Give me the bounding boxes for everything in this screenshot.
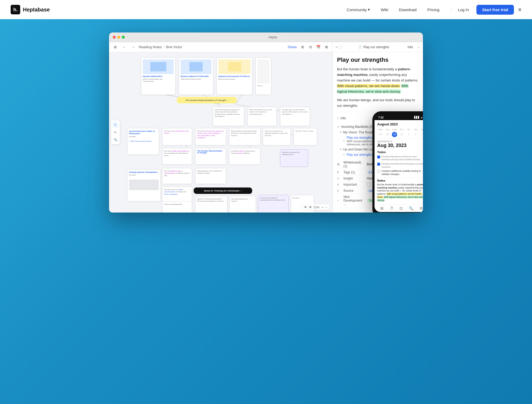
backlink-2-sub-link[interactable]: Play our strengths <box>347 153 372 157</box>
cursor-tool[interactable]: ↖ <box>113 122 118 128</box>
cal-header-mon: Mon <box>377 128 384 131</box>
view-toggle-button[interactable]: ⊞ <box>299 44 306 51</box>
canvas-node-far-right[interactable]: The Fu... <box>255 58 271 95</box>
doc-title: Play our strengths <box>337 56 419 63</box>
close-dot[interactable] <box>113 36 116 39</box>
browser-title: Hepta <box>126 35 419 39</box>
search-tool[interactable]: 🔍 <box>113 137 118 143</box>
canvas-node-powerful[interactable]: A powerful medium should help us create … <box>229 148 260 165</box>
canvas-node-representation[interactable]: Representation should deeply match the w… <box>229 128 260 145</box>
canvas-node-dynamic-objects[interactable]: Dynamic Objects-To-Think-With Today and … <box>179 58 213 95</box>
cal-day-30[interactable]: 30 <box>392 132 397 137</box>
cal-header-wed: Wed <box>391 128 398 131</box>
todo-checkbox-2[interactable] <box>377 163 380 166</box>
canvas-node-m1[interactable]: Every technology that enables us in cert… <box>213 107 244 126</box>
zoom-out-button[interactable]: − <box>326 206 327 209</box>
expand-icon[interactable]: ⤡ <box>335 45 338 49</box>
view-option-3[interactable]: ⊠ <box>323 44 330 51</box>
doc-icon: 📄 <box>358 45 362 49</box>
nav-logo[interactable]: h. Heptabase <box>11 5 50 14</box>
panel-doc-tab[interactable]: 📄 Play our strengths <box>344 44 403 50</box>
browser-titlebar: Hepta <box>109 32 423 42</box>
grid-icon[interactable]: ⊞ <box>309 205 311 209</box>
nav-wiki[interactable]: Wiki <box>376 5 392 14</box>
view-option-2[interactable]: 📅 <box>315 44 322 51</box>
canvas-node-m3[interactable]: The right way is to understand a system … <box>280 107 310 126</box>
breadcrumb-reading-notes[interactable]: Reading Notes <box>139 45 162 49</box>
zoom-level: 21% <box>314 206 319 209</box>
phone-time: 7:32 <box>378 116 384 119</box>
nav-login[interactable]: Log In <box>454 5 473 14</box>
canvas-node-eliminables[interactable]: Media for Thinking the EliminablesWe nee… <box>195 196 227 213</box>
phone-icon-grid[interactable]: ⊞ <box>380 206 384 210</box>
cal-header-sun: Sun <box>419 128 423 131</box>
canvas-node-dynamic-env-2[interactable]: Dynamic environment for intellectual wor… <box>280 149 308 167</box>
minimize-dot[interactable] <box>117 36 120 39</box>
canvas-node-drawing[interactable]: Drawing Dynamic Visualizations By author… <box>127 169 161 201</box>
canvas-node-science[interactable]: Science and Engineering <box>162 201 192 213</box>
back-button[interactable]: ← <box>121 44 128 51</box>
backlinks-icon: ⤶ <box>337 125 340 129</box>
phone-date-section: WEDNESDAY Aug 30, 2023 <box>375 138 423 149</box>
canvas-node-multiple-rep[interactable]: We need multiple representations to look… <box>162 148 192 165</box>
canvas-node-we-need[interactable]: We need... <box>291 195 314 213</box>
nav-pricing[interactable]: Pricing <box>423 5 444 14</box>
phone-icon-search[interactable]: 🔍 <box>409 206 413 210</box>
canvas-node-dynamic-math[interactable]: Dynamic Mathematics Mode of representati… <box>141 58 176 95</box>
canvas-area[interactable]: Dynamic Mathematics Mode of representati… <box>109 52 332 213</box>
canvas-node-algebraic[interactable]: How do you represent an algebraic equati… <box>263 128 291 145</box>
cal-day-1[interactable]: 1 <box>406 132 412 137</box>
eye-icon[interactable]: 👁 <box>304 206 307 209</box>
todo-checkbox-1[interactable] <box>377 156 380 158</box>
canvas-node-criteria[interactable]: Criteria for good dynamic representation… <box>258 195 289 213</box>
canvas-node-ladder[interactable]: Up and Down the Ladder of Abstraction By… <box>127 128 159 155</box>
cal-header-tue: Tue <box>384 128 391 131</box>
fullscreen-icon[interactable]: ⛶ <box>339 46 342 49</box>
canvas-node-creating[interactable]: We need a way of creating representation… <box>162 187 192 203</box>
canvas-label-humane[interactable]: The Humane Representation of Thought ··· <box>177 97 237 103</box>
sidebar-toggle-button[interactable]: ⊞ <box>112 44 119 51</box>
zoom-in-button[interactable]: + <box>322 206 323 209</box>
phone-icon-timer[interactable]: ⏱ <box>390 206 393 210</box>
info-clock-icon: ○ <box>337 116 339 120</box>
phone-icon-gear[interactable]: ⚙ <box>419 206 423 210</box>
canvas-node-entire-state[interactable]: We need to see the entire state of the s… <box>195 128 226 145</box>
cal-day-28[interactable]: 28 <box>378 132 383 137</box>
canvas-node-see-behavior[interactable]: We need to see the behavior of the syste… <box>162 128 192 145</box>
view-option-1[interactable]: ⊟ <box>307 44 314 51</box>
nav-download[interactable]: Download <box>394 5 421 14</box>
app-content: ⊞ ← → Reading Notes › Bret Victor Share … <box>109 42 423 213</box>
panel-info-tab[interactable]: Info <box>405 44 415 50</box>
canvas-node-humane-rep[interactable]: The Humane Representation of Thought <box>195 148 226 165</box>
todo-item-3: Conduct additional usability testing to … <box>377 169 423 176</box>
cal-day-29[interactable]: 29 <box>385 132 390 137</box>
phone-mockup: 7:32 ▋▋▋ ▲ ▮ August 2023 Mon <box>372 111 423 213</box>
chevron-icon-2: ▾ <box>340 148 342 151</box>
phone-notes-section: Notes But the human brain is fundamental… <box>375 178 423 204</box>
cal-day-31[interactable]: 31 <box>399 132 404 137</box>
chevron-icon: ▾ <box>340 131 342 134</box>
hamburger-icon[interactable]: ≡ <box>518 7 521 13</box>
forward-button[interactable]: → <box>130 44 137 51</box>
nav-community[interactable]: Community ▾ <box>342 5 374 14</box>
important-checkbox[interactable] <box>367 183 371 186</box>
phone-icon-square[interactable]: ⊡ <box>400 206 403 210</box>
pen-tool[interactable]: ✏ <box>113 129 118 135</box>
canvas-node-ibody[interactable]: Use the 'I' body is a clear... <box>294 128 317 145</box>
nav-divider <box>451 6 451 13</box>
nav-cta[interactable]: Start free trial <box>476 5 514 15</box>
canvas-node-diff-types[interactable]: We need different types of representatio… <box>162 168 192 184</box>
todo-checkbox-3[interactable] <box>377 170 380 173</box>
canvas-label-media[interactable]: Media for Thinking the Unthinkable ··· <box>194 187 252 194</box>
maximize-dot[interactable] <box>122 36 125 39</box>
canvas-node-new-rep[interactable]: New representations for systems... <box>229 196 256 213</box>
canvas-node-dynamic-env[interactable]: Dynamic Environments-To-Think-In Book of… <box>217 58 252 95</box>
canvas-node-ui-invisible[interactable]: Representation's User Interface for Invi… <box>195 168 226 184</box>
share-button[interactable]: Share <box>288 45 297 49</box>
breadcrumb-bret-victor[interactable]: Bret Victor <box>166 45 182 49</box>
cal-day-3[interactable]: 3 <box>420 132 423 137</box>
panel-more-options[interactable]: ··· <box>417 45 420 49</box>
cal-day-2[interactable]: 2 <box>413 132 418 137</box>
canvas-node-m2[interactable]: We're not allowed to use our full instin… <box>247 107 277 126</box>
logo-text: Heptabase <box>23 7 50 13</box>
